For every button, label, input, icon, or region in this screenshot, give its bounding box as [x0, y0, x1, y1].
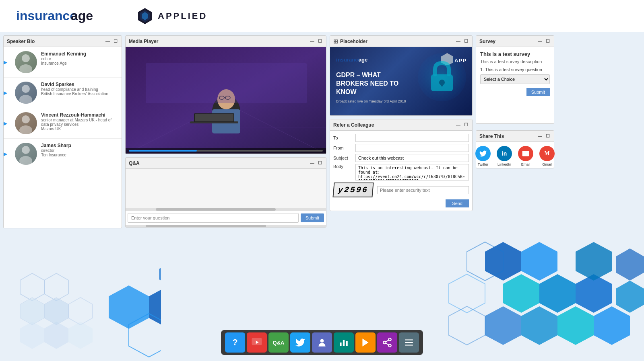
minimize-btn[interactable]: —: [309, 39, 315, 44]
question-number: 1.: [480, 67, 484, 72]
speaker-bio-panel: Speaker Bio — ☐ ▶ Emmanuel Kenning edito…: [3, 35, 122, 228]
minimize-btn[interactable]: —: [309, 161, 315, 166]
subject-input[interactable]: [355, 154, 469, 162]
linkedin-share[interactable]: in LinkedIn: [497, 146, 512, 166]
twitter-toolbar-btn[interactable]: [290, 332, 310, 353]
play-icon[interactable]: ▶: [4, 90, 7, 96]
svg-point-36: [22, 115, 30, 123]
close-btn[interactable]: ☐: [545, 133, 551, 139]
svg-rect-67: [346, 341, 347, 346]
survey-content: This is a test survey This is a test sur…: [476, 47, 554, 123]
body-textarea[interactable]: This is an interesting webcast. It can b…: [355, 164, 469, 180]
placeholder-controls: — ☐: [455, 39, 469, 44]
svg-text:age: age: [71, 8, 93, 23]
play-icon[interactable]: ▶: [4, 59, 7, 65]
close-btn[interactable]: ☐: [463, 39, 469, 44]
close-btn[interactable]: ☐: [463, 122, 469, 127]
minimize-btn[interactable]: —: [537, 39, 543, 44]
qa-toolbar-btn[interactable]: Q&A: [268, 332, 289, 353]
minimize-btn[interactable]: —: [537, 134, 543, 139]
captcha-text: y2596: [338, 185, 369, 195]
svg-point-34: [22, 85, 30, 93]
close-btn[interactable]: ☐: [317, 160, 323, 166]
speaker-item: ▶ Emmanuel Kenning editor Insurance Age: [4, 47, 122, 78]
from-input[interactable]: [355, 144, 469, 152]
body-label: Body: [333, 164, 353, 169]
svg-point-38: [22, 146, 30, 154]
share-toolbar-btn[interactable]: [377, 332, 397, 353]
speaker-org: British Insurance Brokers' Association: [41, 92, 118, 96]
poll-toolbar-btn[interactable]: [334, 332, 354, 353]
placeholder-panel: ⊞ Placeholder — ☐: [330, 35, 473, 116]
refer-controls: — ☐: [455, 122, 469, 127]
media-player-panel: Media Player — ☐: [125, 35, 326, 154]
speaker-name: Vincent Rezzouk-Hammachi: [41, 112, 118, 118]
survey-panel: Survey — ☐ This is a test survey This is…: [476, 35, 554, 124]
qa-scrollbar[interactable]: [126, 208, 326, 211]
media-toolbar-btn[interactable]: [247, 332, 267, 353]
video-area[interactable]: [126, 47, 326, 154]
help-toolbar-btn[interactable]: ?: [225, 332, 245, 353]
gmail-label: Gmail: [542, 162, 552, 166]
minimize-btn[interactable]: —: [105, 39, 111, 44]
qa-submit-button[interactable]: Submit: [301, 213, 324, 222]
svg-rect-65: [340, 343, 341, 346]
qa-panel: Q&A — ☐ Submit: [125, 157, 326, 228]
to-input[interactable]: [355, 134, 469, 142]
qa-content-area: [126, 169, 326, 208]
subject-label: Subject: [333, 156, 353, 160]
resources-toolbar-btn[interactable]: [355, 332, 376, 353]
minimize-btn[interactable]: —: [455, 39, 461, 44]
refer-form: To From Subject Body This is an interest…: [330, 131, 472, 211]
bottom-toolbar: ? Q&A: [221, 330, 423, 355]
to-label: To: [333, 135, 353, 140]
captcha-image: y2596: [332, 183, 374, 197]
menu-toolbar-btn[interactable]: [399, 332, 419, 353]
placeholder-image: insurance age APPLIED GDPR – WHAT BROKER…: [330, 47, 472, 115]
gmail-share[interactable]: M Gmail: [539, 146, 555, 166]
close-btn[interactable]: ☐: [545, 39, 551, 44]
media-player-header: Media Player — ☐: [126, 36, 326, 47]
twitter-share[interactable]: Twitter: [475, 146, 491, 166]
captcha-area: y2596: [333, 183, 469, 197]
qa-input[interactable]: [128, 213, 299, 223]
svg-point-70: [383, 341, 386, 344]
profile-toolbar-btn[interactable]: [312, 332, 332, 353]
minimize-btn[interactable]: —: [455, 123, 461, 127]
survey-dropdown[interactable]: Select a Choice: [480, 74, 550, 84]
right-column: Survey — ☐ This is a test survey This is…: [476, 35, 554, 354]
survey-title-label: Survey: [479, 39, 495, 44]
from-label: From: [333, 146, 353, 150]
svg-marker-68: [362, 338, 368, 347]
email-label: Email: [521, 162, 530, 166]
top-bar: insurance age APPLIED: [0, 0, 644, 32]
play-icon[interactable]: ▶: [4, 121, 7, 126]
speaker-info: Emmanuel Kenning editor Insurance Age: [41, 51, 118, 66]
captcha-input[interactable]: [377, 186, 469, 194]
svg-rect-52: [195, 114, 233, 121]
speaker-bio-header: Speaker Bio — ☐: [4, 36, 122, 47]
survey-submit-button[interactable]: Submit: [526, 88, 550, 96]
send-button[interactable]: Send: [446, 199, 469, 207]
svg-point-37: [19, 125, 32, 134]
share-controls: — ☐: [537, 133, 551, 139]
email-share[interactable]: Email: [518, 146, 533, 166]
speaker-org: Insurance Age: [41, 61, 118, 66]
qa-bottom-scrollbar[interactable]: [126, 225, 326, 227]
close-btn[interactable]: ☐: [317, 39, 323, 44]
speaker-avatar: [15, 82, 37, 104]
share-title-label: Share This: [479, 133, 504, 139]
speaker-info: Vincent Rezzouk-Hammachi senior manager …: [41, 112, 118, 131]
media-player-title: Media Player: [129, 39, 158, 44]
speaker-info: James Sharp director Ten Insurance: [41, 143, 118, 157]
qa-input-area: Submit: [126, 211, 326, 225]
close-btn[interactable]: ☐: [113, 39, 118, 44]
speaker-org: Ten Insurance: [41, 153, 118, 157]
survey-question-row: 1. This is a test survey question: [480, 67, 550, 72]
svg-rect-53: [146, 63, 307, 103]
media-player-controls: — ☐: [309, 39, 323, 44]
speaker-role: senior manager at Mazars UK - head of da…: [41, 118, 118, 127]
linkedin-label: LinkedIn: [497, 162, 511, 166]
svg-line-73: [386, 340, 388, 342]
play-icon[interactable]: ▶: [4, 151, 7, 157]
